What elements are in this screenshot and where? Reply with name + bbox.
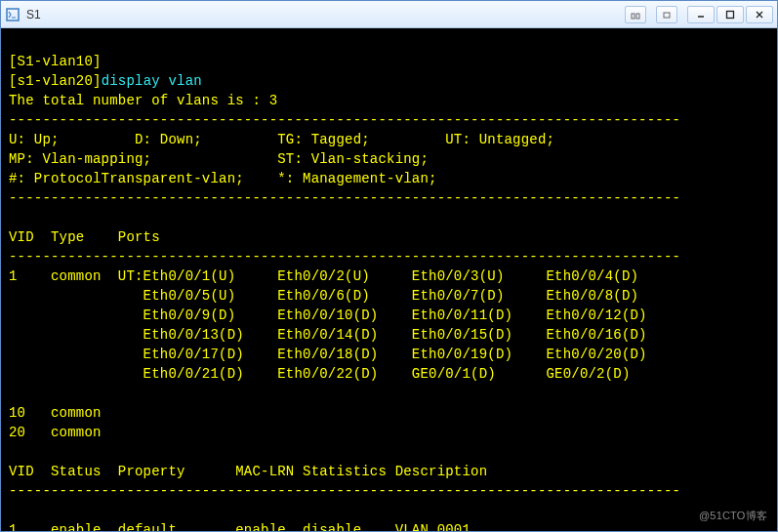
total-line: The total number of vlans is : 3	[9, 93, 277, 108]
prev-prompt: [S1-vlan10]	[9, 54, 102, 69]
aux-button-1[interactable]	[625, 6, 646, 23]
svg-rect-0	[7, 9, 19, 20]
divider: ----------------------------------------…	[9, 112, 680, 128]
titlebar[interactable]: S1	[1, 1, 777, 28]
maximize-button[interactable]	[717, 6, 744, 23]
table-row: Eth0/0/13(D) Eth0/0/14(D) Eth0/0/15(D) E…	[9, 327, 647, 343]
svg-rect-3	[664, 13, 670, 18]
terminal-output[interactable]: [S1-vlan10] [s1-vlan20]display vlan The …	[1, 28, 777, 531]
legend-line: #: ProtocolTransparent-vlan; *: Manageme…	[9, 171, 437, 186]
table-row: Eth0/0/5(U) Eth0/0/6(D) Eth0/0/7(D) Eth0…	[9, 288, 638, 304]
minimize-button[interactable]	[687, 6, 715, 23]
table-row: 20 common	[9, 425, 102, 440]
table-row: Eth0/0/17(D) Eth0/0/18(D) Eth0/0/19(D) E…	[9, 347, 647, 362]
divider: ----------------------------------------…	[9, 249, 680, 265]
prompt: [s1-vlan20]	[9, 73, 102, 89]
table-header: VID Type Ports	[9, 229, 160, 245]
table-header: VID Status Property MAC-LRN Statistics D…	[9, 464, 487, 479]
divider: ----------------------------------------…	[9, 483, 680, 499]
table-row: 1 enable default enable disable VLAN 000…	[9, 522, 471, 531]
app-window: S1 [S1-vlan10] [s1-vlan20]display vlan T…	[0, 0, 778, 532]
aux-button-2[interactable]	[656, 6, 677, 23]
divider: ----------------------------------------…	[9, 190, 680, 206]
table-row: Eth0/0/21(D) Eth0/0/22(D) GE0/0/1(D) GE0…	[9, 366, 631, 382]
window-controls	[623, 6, 773, 23]
close-button[interactable]	[746, 6, 773, 23]
table-row: 1 common UT:Eth0/0/1(U) Eth0/0/2(U) Eth0…	[9, 268, 638, 284]
svg-rect-5	[727, 11, 734, 18]
watermark: @51CTO博客	[699, 506, 767, 525]
svg-rect-2	[636, 14, 639, 19]
terminal-icon	[5, 7, 20, 22]
command-text: display vlan	[102, 73, 202, 89]
svg-rect-1	[632, 14, 635, 19]
legend-line: MP: Vlan-mapping; ST: Vlan-stacking;	[9, 151, 429, 167]
table-row: 10 common	[9, 405, 102, 421]
window-title: S1	[26, 8, 623, 21]
table-row: Eth0/0/9(D) Eth0/0/10(D) Eth0/0/11(D) Et…	[9, 307, 647, 323]
legend-line: U: Up; D: Down; TG: Tagged; UT: Untagged…	[9, 132, 554, 147]
